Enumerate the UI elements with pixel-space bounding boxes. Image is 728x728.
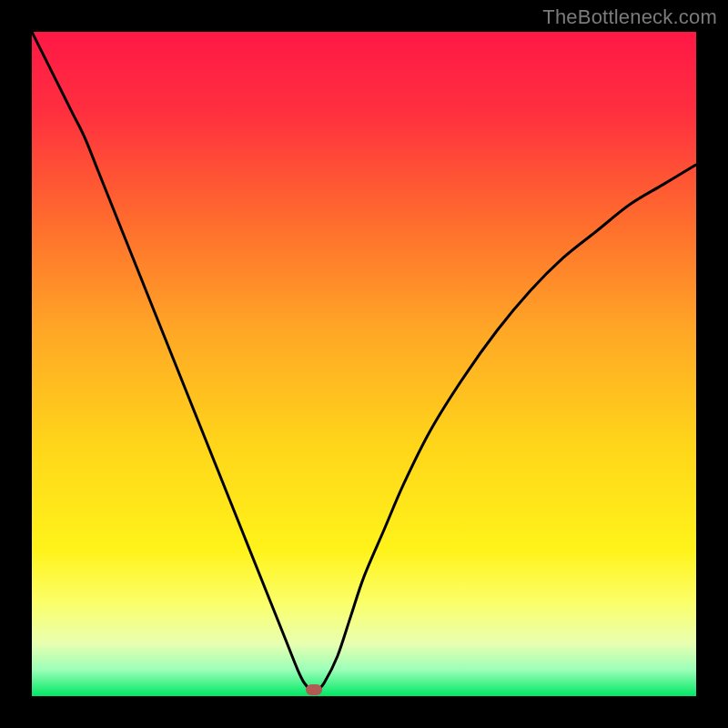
optimal-point-marker <box>306 684 322 695</box>
watermark-label: TheBottleneck.com <box>542 5 717 29</box>
plot-area <box>32 32 696 696</box>
bottleneck-curve <box>32 32 696 691</box>
curve-layer <box>32 32 696 696</box>
chart-frame: TheBottleneck.com <box>0 0 728 728</box>
